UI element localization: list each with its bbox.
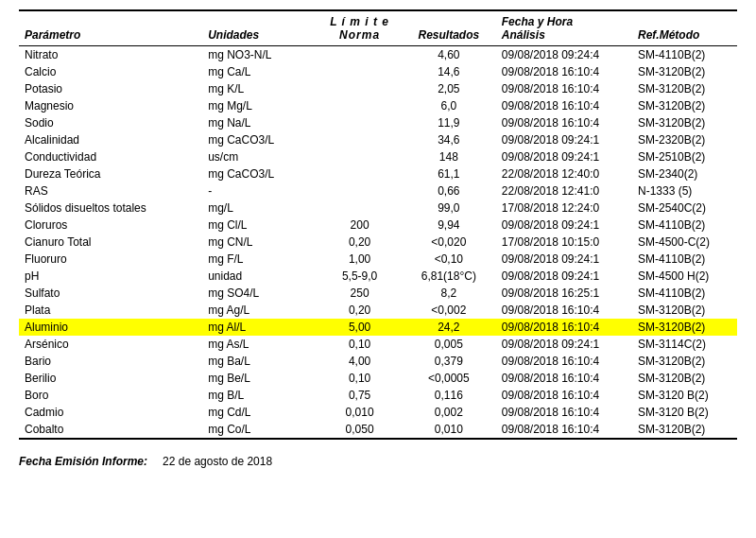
cell-unidades: mg F/L: [202, 251, 318, 268]
cell-unidades: -: [202, 182, 318, 200]
cell-resultados: 0,66: [402, 182, 496, 200]
cell-unidades: mg Al/L: [202, 319, 318, 336]
cell-limite: 0,20: [318, 302, 402, 319]
cell-ref: SM-4110B(2): [632, 46, 737, 64]
cell-parametro: Potasio: [19, 80, 202, 97]
cell-fecha: 09/08/2018 16:10:4: [496, 421, 632, 439]
table-row: Platamg Ag/L0,20<0,00209/08/2018 16:10:4…: [19, 302, 737, 319]
cell-fecha: 09/08/2018 09:24:1: [496, 268, 632, 285]
cell-resultados: 9,94: [402, 217, 496, 234]
cell-ref: SM-3120B(2): [632, 97, 737, 114]
cell-resultados: 6,0: [402, 97, 496, 114]
cell-limite: 0,20: [318, 234, 402, 251]
cell-parametro: Cianuro Total: [19, 234, 202, 251]
header-resultados: Resultados: [402, 10, 496, 46]
cell-unidades: mg Ba/L: [202, 353, 318, 370]
cell-limite: [318, 114, 402, 131]
table-row: pHunidad5,5-9,06,81(18°C)09/08/2018 09:2…: [19, 268, 737, 285]
cell-unidades: mg SO4/L: [202, 285, 318, 302]
cell-limite: 5,5-9,0: [318, 268, 402, 285]
cell-parametro: Bario: [19, 353, 202, 370]
cell-resultados: 34,6: [402, 131, 496, 148]
cell-resultados: 0,379: [402, 353, 496, 370]
cell-parametro: Sodio: [19, 114, 202, 131]
cell-limite: 1,00: [318, 251, 402, 268]
cell-parametro: Aluminio: [19, 319, 202, 336]
cell-limite: [318, 131, 402, 148]
cell-ref: SM-3120B(2): [632, 353, 737, 370]
cell-unidades: us/cm: [202, 148, 318, 165]
cell-unidades: mg B/L: [202, 387, 318, 404]
cell-parametro: RAS: [19, 182, 202, 200]
cell-ref: SM-3120 B(2): [632, 404, 737, 421]
cell-resultados: 8,2: [402, 285, 496, 302]
cell-parametro: Arsénico: [19, 336, 202, 353]
cell-ref: SM-3120 B(2): [632, 387, 737, 404]
cell-resultados: 6,81(18°C): [402, 268, 496, 285]
cell-fecha: 09/08/2018 16:10:4: [496, 319, 632, 336]
data-table: Parámetro Unidades L í m i t eNorma Resu…: [19, 9, 737, 440]
cell-resultados: 0,116: [402, 387, 496, 404]
cell-parametro: Magnesio: [19, 97, 202, 114]
table-row: Clorurosmg Cl/L2009,9409/08/2018 09:24:1…: [19, 217, 737, 234]
cell-fecha: 09/08/2018 16:10:4: [496, 302, 632, 319]
footer-label: Fecha Emisión Informe:: [19, 455, 147, 468]
table-row: Fluoruromg F/L1,00<0,1009/08/2018 09:24:…: [19, 251, 737, 268]
cell-fecha: 09/08/2018 09:24:1: [496, 148, 632, 165]
cell-unidades: mg Cd/L: [202, 404, 318, 421]
cell-ref: SM-3120B(2): [632, 63, 737, 80]
cell-fecha: 17/08/2018 12:24:0: [496, 200, 632, 217]
cell-limite: 0,75: [318, 387, 402, 404]
table-row: Cobaltomg Co/L0,0500,01009/08/2018 16:10…: [19, 421, 737, 439]
cell-fecha: 09/08/2018 16:10:4: [496, 353, 632, 370]
cell-fecha: 09/08/2018 09:24:4: [496, 46, 632, 64]
cell-resultados: 14,6: [402, 63, 496, 80]
cell-limite: [318, 97, 402, 114]
cell-ref: SM-3120B(2): [632, 302, 737, 319]
table-row: Sodiomg Na/L11,909/08/2018 16:10:4SM-312…: [19, 114, 737, 131]
cell-ref: SM-3120B(2): [632, 421, 737, 439]
cell-parametro: Nitrato: [19, 46, 202, 64]
cell-fecha: 09/08/2018 16:10:4: [496, 97, 632, 114]
table-row: Beriliomg Be/L0,10<0,000509/08/2018 16:1…: [19, 370, 737, 387]
cell-parametro: Cloruros: [19, 217, 202, 234]
cell-unidades: mg/L: [202, 200, 318, 217]
cell-fecha: 09/08/2018 16:10:4: [496, 387, 632, 404]
cell-resultados: <0,020: [402, 234, 496, 251]
cell-fecha: 22/08/2018 12:40:0: [496, 165, 632, 182]
cell-parametro: Calcio: [19, 63, 202, 80]
table-row: Magnesiomg Mg/L6,009/08/2018 16:10:4SM-3…: [19, 97, 737, 114]
table-row: Cianuro Totalmg CN/L0,20<0,02017/08/2018…: [19, 234, 737, 251]
cell-parametro: pH: [19, 268, 202, 285]
cell-ref: SM-2340(2): [632, 165, 737, 182]
table-row: RAS-0,6622/08/2018 12:41:0N-1333 (5): [19, 182, 737, 200]
table-row: Sulfatomg SO4/L2508,209/08/2018 16:25:1S…: [19, 285, 737, 302]
cell-ref: N-1333 (5): [632, 182, 737, 200]
cell-unidades: mg Na/L: [202, 114, 318, 131]
cell-limite: 200: [318, 217, 402, 234]
cell-parametro: Plata: [19, 302, 202, 319]
cell-ref: SM-2540C(2): [632, 200, 737, 217]
cell-unidades: mg Co/L: [202, 421, 318, 439]
cell-parametro: Sólidos disueltos totales: [19, 200, 202, 217]
cell-unidades: unidad: [202, 268, 318, 285]
cell-limite: 0,010: [318, 404, 402, 421]
cell-parametro: Fluoruro: [19, 251, 202, 268]
cell-resultados: 148: [402, 148, 496, 165]
cell-unidades: mg Ag/L: [202, 302, 318, 319]
cell-limite: 0,10: [318, 370, 402, 387]
cell-ref: SM-4110B(2): [632, 285, 737, 302]
header-fecha: Fecha y HoraAnálisis: [496, 10, 632, 46]
cell-limite: 250: [318, 285, 402, 302]
cell-unidades: mg Mg/L: [202, 97, 318, 114]
table-row: Bariomg Ba/L4,000,37909/08/2018 16:10:4S…: [19, 353, 737, 370]
cell-limite: 4,00: [318, 353, 402, 370]
cell-parametro: Cobalto: [19, 421, 202, 439]
cell-unidades: mg CaCO3/L: [202, 165, 318, 182]
cell-ref: SM-4110B(2): [632, 251, 737, 268]
footer: Fecha Emisión Informe: 22 de agosto de 2…: [19, 455, 737, 468]
cell-resultados: 99,0: [402, 200, 496, 217]
cell-resultados: <0,0005: [402, 370, 496, 387]
cell-resultados: 11,9: [402, 114, 496, 131]
cell-resultados: 0,005: [402, 336, 496, 353]
